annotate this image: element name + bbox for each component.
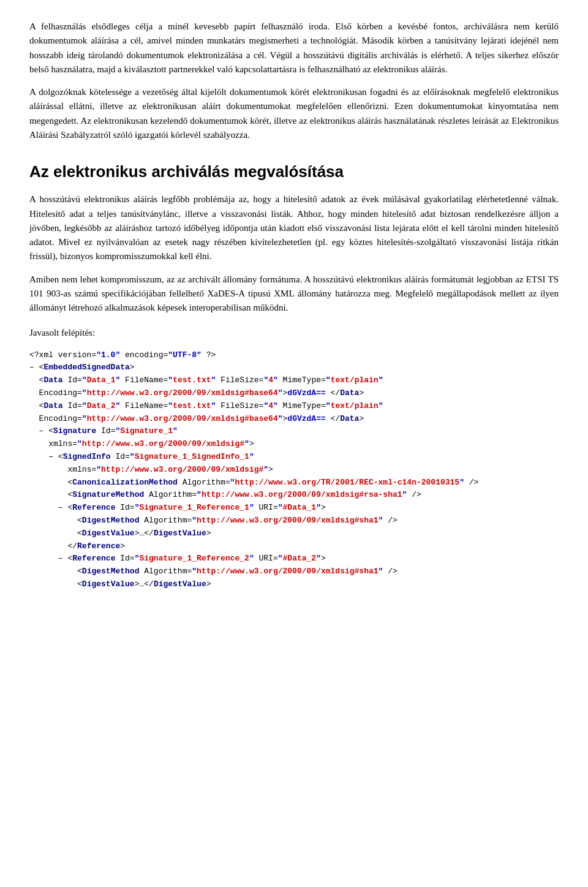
code-line-15: </Reference> xyxy=(29,540,559,553)
code-line-16: – <Reference Id="Signature_1_Reference_2… xyxy=(29,553,559,565)
paragraph-2: A dolgozóknak kötelessége a vezetőség ál… xyxy=(29,85,559,142)
code-line-10: <CanonicalizationMethod Algorithm="http:… xyxy=(29,477,559,489)
code-line-0: <?xml version="1.0" encoding="UTF-8" ?> xyxy=(29,349,559,362)
code-line-3: Encoding="http://www.w3.org/2000/09/xmld… xyxy=(29,387,559,400)
page-content: A felhasználás elsődleges célja a minél … xyxy=(29,20,559,591)
code-line-9: xmlns="http://www.w3.org/2000/09/xmldsig… xyxy=(29,464,559,477)
section-paragraph-2: Amiben nem lehet kompromisszum, az az ar… xyxy=(29,273,559,315)
code-line-13: <DigestMethod Algorithm="http://www.w3.o… xyxy=(29,515,559,527)
xml-code-block: <?xml version="1.0" encoding="UTF-8" ?> … xyxy=(29,349,559,591)
code-line-1: – <EmbeddedSignedData> xyxy=(29,361,559,374)
code-line-4: <Data Id="Data_2" FileName="test.txt" Fi… xyxy=(29,400,559,413)
code-line-6: – <Signature Id="Signature_1" xyxy=(29,425,559,438)
code-line-17: <DigestMethod Algorithm="http://www.w3.o… xyxy=(29,565,559,578)
javasolt-label: Javasolt felépítés: xyxy=(29,326,559,340)
code-line-12: – <Reference Id="Signature_1_Reference_1… xyxy=(29,502,559,515)
code-line-14: <DigestValue>…</DigestValue> xyxy=(29,527,559,540)
paragraph-1: A felhasználás elsődleges célja a minél … xyxy=(29,20,559,77)
code-line-7: xmlns="http://www.w3.org/2000/09/xmldsig… xyxy=(29,438,559,451)
code-line-2: <Data Id="Data_1" FileName="test.txt" Fi… xyxy=(29,374,559,387)
code-line-11: <SignatureMethod Algorithm="http://www.w… xyxy=(29,489,559,502)
code-line-5: Encoding="http://www.w3.org/2000/09/xmld… xyxy=(29,413,559,426)
section-heading: Az elektronikus archiválás megvalósítása xyxy=(29,159,559,184)
code-line-8: – <SignedInfo Id="Signature_1_SignedInfo… xyxy=(29,451,559,464)
section-paragraph-1: A hosszútávú elektronikus aláírás legfőb… xyxy=(29,192,559,263)
code-line-18: <DigestValue>…</DigestValue> xyxy=(29,578,559,591)
